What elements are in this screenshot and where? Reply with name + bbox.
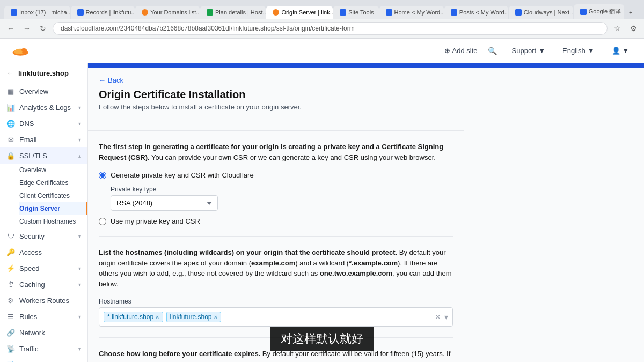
language-button[interactable]: English ▼ — [558, 45, 599, 57]
hostnames-dropdown-button[interactable]: ▾ — [444, 313, 448, 321]
sidebar-item-edge-certificates[interactable]: Edge Certificates — [19, 176, 87, 189]
radio-cloudflare-input[interactable] — [99, 172, 106, 179]
reload-button[interactable]: ↻ — [36, 22, 49, 35]
sidebar-item-email[interactable]: ✉ Email ▾ — [0, 131, 87, 147]
caching-chevron-icon: ▾ — [78, 282, 81, 287]
csr-radio-group: Generate private key and CSR with Cloudf… — [99, 171, 453, 225]
sidebar-item-overview[interactable]: ▦ Overview — [0, 83, 87, 99]
tab-2[interactable]: Records | linkfutu... ✕ — [71, 6, 135, 19]
sidebar-item-caching[interactable]: ⏱ Caching ▾ — [0, 276, 87, 292]
sidebar-item-rules[interactable]: ☰ Rules ▾ — [0, 308, 87, 324]
sidebar-item-network[interactable]: 🔗 Network — [0, 324, 87, 341]
sidebar-domain: linkfuture.shop — [18, 69, 69, 77]
origin-server-label: Origin Server — [19, 205, 60, 212]
example2: *.example.com — [349, 259, 398, 267]
back-nav-button[interactable]: ← — [4, 22, 17, 35]
sidebar-item-traffic-label: Traffic — [19, 345, 38, 353]
support-chevron-icon: ▼ — [538, 47, 545, 55]
hostname-tag-wildcard-close[interactable]: × — [156, 314, 159, 320]
sidebar-item-workers-label: Workers Routes — [19, 297, 69, 305]
back-label: Back — [108, 76, 123, 84]
user-icon: 👤 ▼ — [612, 47, 629, 55]
svg-point-3 — [14, 49, 23, 54]
grid-icon: ▦ — [6, 87, 15, 95]
sidebar-item-ssl-overview[interactable]: Overview — [19, 164, 87, 176]
tab-7[interactable]: Home < My Word... ✕ — [379, 6, 444, 19]
sidebar-item-access[interactable]: 🔑 Access — [0, 244, 87, 260]
tab-6[interactable]: Site Tools ✕ — [333, 6, 378, 19]
language-label: English — [562, 47, 586, 55]
sidebar-item-analytics[interactable]: 📊 Analytics & Logs ▾ — [0, 99, 87, 115]
hostname-tag-main-close[interactable]: × — [214, 314, 217, 320]
support-button[interactable]: Support ▼ — [508, 45, 550, 57]
tab-7-label: Home < My Word... — [394, 9, 444, 16]
speed-chevron-icon: ▾ — [78, 265, 81, 271]
sidebar-item-custom-hostnames[interactable]: Custom Hostnames — [19, 215, 87, 228]
back-link[interactable]: ← Back — [88, 68, 464, 88]
app-container: ← linkfuture.shop ▦ Overview 📊 Analytics… — [0, 63, 644, 362]
tab-3[interactable]: Your Domains list... ✕ — [135, 6, 200, 19]
hostname-tag-wildcard[interactable]: *.linkfuture.shop × — [104, 312, 163, 322]
client-certificates-label: Client Certificates — [19, 192, 70, 200]
radio-own-input[interactable] — [99, 218, 106, 225]
new-tab-button[interactable]: + — [625, 6, 640, 19]
email-chevron-icon: ▾ — [78, 137, 81, 143]
sidebar-item-speed[interactable]: ⚡ Speed ▾ — [0, 260, 87, 276]
tab-8-favicon — [451, 9, 457, 16]
lightning-icon: ⚡ — [6, 264, 15, 272]
search-button[interactable]: 🔍 — [486, 45, 499, 57]
add-icon: ⊕ — [444, 47, 450, 55]
sidebar: ← linkfuture.shop ▦ Overview 📊 Analytics… — [0, 63, 88, 362]
lock-icon: 🔒 — [6, 151, 15, 160]
back-arrow-icon: ← — [99, 76, 106, 84]
hostnames-clear-button[interactable]: ✕ — [435, 313, 441, 321]
tab-10[interactable]: Google 翻译 ✕ — [574, 4, 624, 19]
tab-1[interactable]: Inbox (17) - micha... ✕ — [4, 6, 70, 19]
tab-5-active[interactable]: Origin Server | link... ✕ — [266, 6, 333, 19]
user-menu-button[interactable]: 👤 ▼ — [608, 45, 633, 57]
sidebar-item-overview-label: Overview — [19, 87, 48, 95]
tab-4[interactable]: Plan details | Host... ✕ — [200, 6, 266, 19]
tab-1-favicon — [11, 9, 17, 16]
shield-icon: 🛡 — [6, 232, 15, 240]
add-site-button[interactable]: ⊕ Add site — [444, 47, 478, 55]
sidebar-item-workers-routes[interactable]: ⚙ Workers Routes — [0, 292, 87, 308]
sidebar-item-custom-pages[interactable]: 📄 Custom Pages — [0, 357, 87, 362]
tab-2-label: Records | linkfutu... — [86, 9, 135, 16]
tab-4-label: Plan details | Host... — [215, 9, 266, 16]
tab-8-label: Posts < My Word... — [459, 9, 508, 16]
address-bar[interactable]: dash.cloudflare.com/2340484dba7b21668c78… — [53, 22, 608, 35]
dns-chevron-icon: ▾ — [78, 121, 81, 127]
forward-nav-button[interactable]: → — [20, 22, 33, 35]
sidebar-item-rules-label: Rules — [19, 313, 37, 321]
sidebar-item-security[interactable]: 🛡 Security ▾ — [0, 228, 87, 244]
tab-9[interactable]: Cloudways | Next... ✕ — [509, 6, 573, 19]
ssl-subitems: Overview Edge Certificates Client Certif… — [0, 164, 87, 228]
key-icon: 🔑 — [6, 248, 15, 256]
private-key-label: Private key type — [111, 186, 453, 193]
tab-3-favicon — [142, 9, 148, 16]
sidebar-item-traffic[interactable]: 📡 Traffic ▾ — [0, 341, 87, 357]
private-key-select[interactable]: RSA (2048) ECDSA P-256 RSA (4096) — [111, 195, 218, 211]
clock-icon: ⏱ — [6, 280, 15, 289]
tab-10-favicon — [580, 9, 587, 15]
filter-icon: ☰ — [6, 312, 15, 321]
hostnames-input[interactable]: *.linkfuture.shop × linkfuture.shop × ✕ … — [99, 307, 453, 327]
tab-6-close[interactable]: ✕ — [378, 10, 379, 16]
tab-6-favicon — [340, 9, 346, 16]
radio-own-label: Use my private key and CSR — [111, 217, 200, 225]
radio-own-option[interactable]: Use my private key and CSR — [99, 217, 453, 225]
sidebar-item-ssl[interactable]: 🔒 SSL/TLS ▴ — [0, 147, 87, 164]
sidebar-item-origin-server[interactable]: Origin Server — [19, 202, 87, 215]
sidebar-back-button[interactable]: ← — [6, 69, 14, 77]
tab-8[interactable]: Posts < My Word... ✕ — [444, 6, 508, 19]
extensions-button[interactable]: ⚙ — [627, 22, 640, 35]
hostname-tag-main[interactable]: linkfuture.shop × — [166, 312, 221, 322]
support-label: Support — [512, 47, 537, 55]
ssl-chevron-icon: ▴ — [78, 153, 81, 159]
sidebar-item-client-certificates[interactable]: Client Certificates — [19, 189, 87, 202]
hostnames-info-text: List the hostnames (including wildcards)… — [99, 247, 453, 289]
bookmark-button[interactable]: ☆ — [611, 22, 624, 35]
sidebar-item-dns[interactable]: 🌐 DNS ▾ — [0, 115, 87, 131]
radio-cloudflare-option[interactable]: Generate private key and CSR with Cloudf… — [99, 171, 453, 179]
